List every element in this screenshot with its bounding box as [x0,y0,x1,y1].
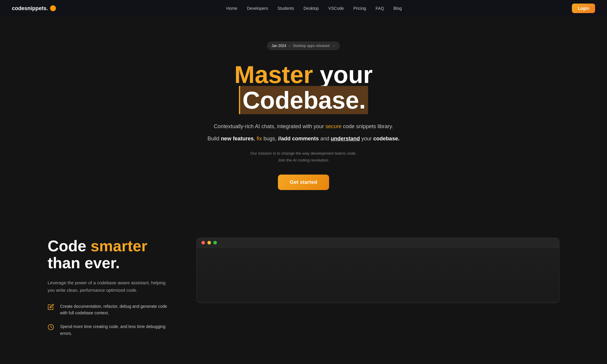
code-preview-panel [196,238,559,303]
nav-blog[interactable]: Blog [393,6,402,11]
features-description: Leverage the power of a codebase aware a… [48,279,173,294]
window-dot-green [213,241,217,244]
announcement-badge[interactable]: Jan 2024 – Desktop apps released → [267,42,340,50]
nav-links: Home Developers Students Desktop VSCode … [226,6,402,11]
features-left-panel: Code smarter than ever. Leverage the pow… [48,238,173,344]
features-section: Code smarter than ever. Leverage the pow… [0,214,607,362]
get-started-button[interactable]: Get started [278,175,329,190]
hero-subtitle-line2: Build new features, fix bugs, //add comm… [207,134,399,143]
nav-faq[interactable]: FAQ [376,6,384,11]
feature-text-1: Create documentation, refactor, debug an… [60,303,173,316]
nav-vscode[interactable]: VSCode [328,6,344,11]
hero-title-master: Master [234,61,313,88]
feature-item-2: Spend more time creating code, and less … [48,323,173,337]
feature-text-2: Spend more time creating code, and less … [60,323,173,337]
hero-section: Jan 2024 – Desktop apps released → Maste… [0,0,607,214]
nav-students[interactable]: Students [278,6,294,11]
window-dot-yellow [207,241,211,244]
hero-mission: Our mission is to change the way develop… [250,150,356,164]
logo-emoji: 🟠 [50,5,56,12]
login-button[interactable]: Login [572,4,595,13]
hero-subtitle-line1: Contextually-rich AI chats, integrated w… [214,122,393,131]
hero-title-your: your [320,61,373,88]
hero-title-codebase: Codebase. [239,86,368,114]
nav-home[interactable]: Home [226,6,237,11]
hero-title-codebase-wrapper: Codebase. [239,87,368,113]
navbar: codesnippets. 🟠 Home Developers Students… [0,0,607,17]
code-window-header [197,238,559,248]
nav-desktop[interactable]: Desktop [304,6,319,11]
feature-item-1: Create documentation, refactor, debug an… [48,303,173,316]
features-title: Code smarter than ever. [48,238,173,272]
window-dot-red [201,241,205,244]
clock-icon [48,324,56,332]
edit-icon [48,304,56,312]
hero-title: Master your Codebase. [170,62,437,113]
logo[interactable]: codesnippets. 🟠 [12,5,56,12]
badge-arrow-icon: → [332,44,335,48]
badge-separator: – [289,44,291,48]
nav-developers[interactable]: Developers [247,6,268,11]
logo-text: codesnippets. [12,5,48,12]
badge-text: Desktop apps released [293,44,330,48]
badge-date: Jan 2024 [272,44,286,48]
nav-pricing[interactable]: Pricing [353,6,366,11]
